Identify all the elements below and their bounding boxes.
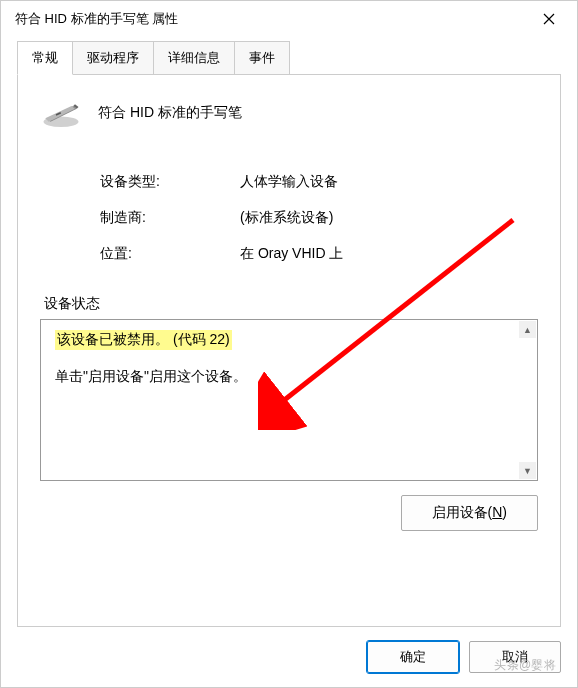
enable-button-row: 启用设备(N) — [40, 495, 538, 531]
manufacturer-value: (标准系统设备) — [240, 209, 333, 227]
tab-strip: 常规 驱动程序 详细信息 事件 — [17, 41, 561, 74]
device-type-value: 人体学输入设备 — [240, 173, 338, 191]
status-disabled-message: 该设备已被禁用。 (代码 22) — [55, 330, 232, 350]
ok-button[interactable]: 确定 — [367, 641, 459, 673]
enable-label-suffix: ) — [502, 504, 507, 520]
tab-details[interactable]: 详细信息 — [153, 41, 235, 74]
window-title: 符合 HID 标准的手写笔 属性 — [15, 10, 178, 28]
status-instruction: 单击"启用设备"启用这个设备。 — [55, 368, 509, 386]
info-row-manufacturer: 制造商: (标准系统设备) — [100, 209, 538, 227]
titlebar: 符合 HID 标准的手写笔 属性 — [1, 1, 577, 37]
device-status-box: 该设备已被禁用。 (代码 22) 单击"启用设备"启用这个设备。 ▲ ▼ — [40, 319, 538, 481]
device-status-section: 设备状态 该设备已被禁用。 (代码 22) 单击"启用设备"启用这个设备。 ▲ … — [40, 295, 538, 481]
tab-general[interactable]: 常规 — [17, 41, 73, 75]
close-button[interactable] — [529, 4, 569, 34]
pen-device-icon — [40, 97, 82, 129]
location-label: 位置: — [100, 245, 240, 263]
device-header: 符合 HID 标准的手写笔 — [40, 97, 538, 129]
tabs-container: 常规 驱动程序 详细信息 事件 — [17, 41, 561, 74]
scroll-down-button[interactable]: ▼ — [519, 462, 536, 479]
close-icon — [543, 13, 555, 25]
content-area: 常规 驱动程序 详细信息 事件 符合 HID 标准的手写笔 设备类型: — [1, 37, 577, 627]
device-status-label: 设备状态 — [44, 295, 538, 313]
properties-dialog: 符合 HID 标准的手写笔 属性 常规 驱动程序 详细信息 事件 — [0, 0, 578, 688]
device-info-table: 设备类型: 人体学输入设备 制造商: (标准系统设备) 位置: 在 Oray V… — [100, 173, 538, 263]
tab-driver[interactable]: 驱动程序 — [72, 41, 154, 74]
device-name: 符合 HID 标准的手写笔 — [98, 104, 242, 122]
cancel-button[interactable]: 取消 — [469, 641, 561, 673]
tab-panel-general: 符合 HID 标准的手写笔 设备类型: 人体学输入设备 制造商: (标准系统设备… — [17, 74, 561, 627]
enable-label-prefix: 启用设备( — [432, 504, 493, 520]
location-value: 在 Oray VHID 上 — [240, 245, 343, 263]
enable-device-button[interactable]: 启用设备(N) — [401, 495, 538, 531]
info-row-location: 位置: 在 Oray VHID 上 — [100, 245, 538, 263]
dialog-footer: 确定 取消 — [1, 627, 577, 687]
device-type-label: 设备类型: — [100, 173, 240, 191]
tab-events[interactable]: 事件 — [234, 41, 290, 74]
scroll-up-button[interactable]: ▲ — [519, 321, 536, 338]
enable-label-key: N — [492, 504, 502, 520]
manufacturer-label: 制造商: — [100, 209, 240, 227]
info-row-type: 设备类型: 人体学输入设备 — [100, 173, 538, 191]
